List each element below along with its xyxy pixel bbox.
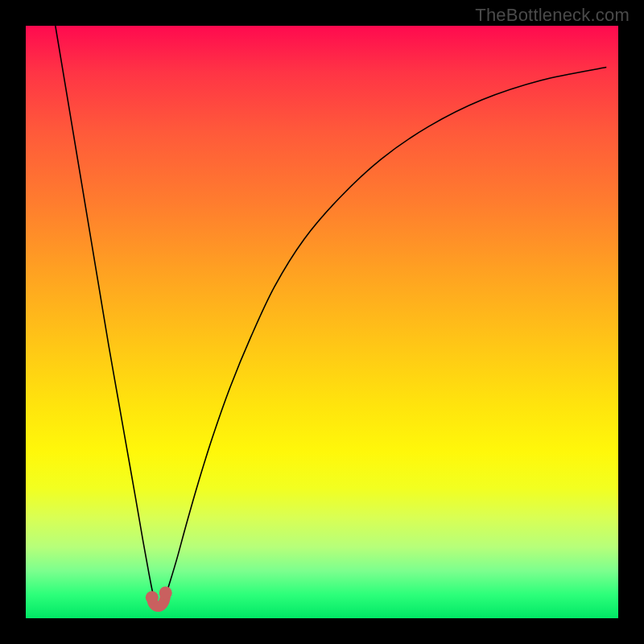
trough-marker-right — [159, 586, 172, 599]
trough-marker-left — [146, 591, 159, 604]
curve-layer — [26, 26, 618, 618]
attribution-text: TheBottleneck.com — [475, 5, 630, 26]
bottleneck-curve — [56, 26, 606, 606]
plot-area — [26, 26, 618, 618]
trough-markers — [146, 586, 172, 606]
chart-frame: TheBottleneck.com — [0, 0, 644, 644]
